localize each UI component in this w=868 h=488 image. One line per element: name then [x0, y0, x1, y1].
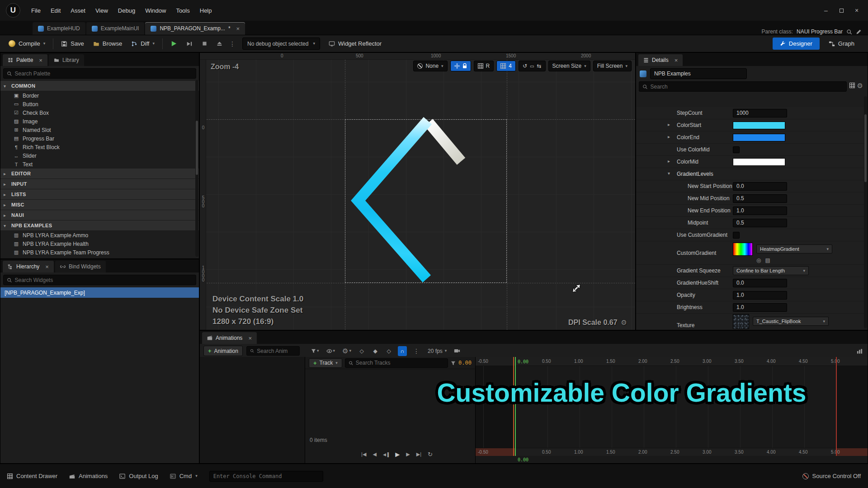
frame-skip-button[interactable]	[182, 37, 197, 51]
column-filter-icon[interactable]	[849, 83, 855, 89]
add-animation-button[interactable]: + Animation	[203, 346, 243, 356]
animations-status-button[interactable]: Animations	[69, 473, 108, 479]
stop-button[interactable]	[198, 37, 212, 51]
debug-object-dropdown[interactable]: No debug object selected▾	[242, 38, 320, 50]
palette-section-misc[interactable]: ▸MISC	[0, 200, 199, 210]
color-swatch-colormid[interactable]	[733, 158, 785, 166]
details-search-input[interactable]	[651, 84, 843, 90]
palette-item-check-box[interactable]: ☑Check Box	[0, 108, 199, 117]
minimize-button[interactable]: –	[818, 5, 834, 16]
tab-library[interactable]: Library	[49, 54, 84, 66]
palette-section-common[interactable]: ▾COMMON	[0, 81, 199, 91]
jump-to-end-button[interactable]: ▶|	[416, 451, 421, 458]
expander-icon[interactable]: ▸	[668, 122, 672, 127]
menu-asset[interactable]: Asset	[66, 4, 90, 17]
fps-dropdown[interactable]: 20 fps▾	[426, 346, 448, 356]
maximize-button[interactable]	[834, 5, 849, 16]
screen-size-dropdown[interactable]: Screen Size▾	[548, 61, 590, 71]
palette-section-naui[interactable]: ▸NAUI	[0, 210, 199, 221]
tab-bind-widgets[interactable]: Bind Widgets	[55, 261, 106, 272]
palette-item-button[interactable]: ▭Button	[0, 100, 199, 108]
menu-help[interactable]: Help	[195, 4, 217, 17]
gradient-thumbnail[interactable]	[733, 243, 753, 256]
menu-file[interactable]: File	[26, 4, 46, 17]
filter-icon[interactable]	[451, 361, 456, 366]
visibility-button[interactable]: ▾	[325, 346, 337, 356]
timeline-ruler-top[interactable]: -0.500.501.001.502.002.503.003.504.004.5…	[476, 357, 868, 366]
palette-item-named-slot[interactable]: ⊞Named Slot	[0, 126, 199, 134]
dropdown-customgradient[interactable]: HeatmapGradient▾	[756, 244, 832, 253]
property-input-opacity[interactable]: 1.0	[733, 291, 787, 300]
property-input-stepcount[interactable]: 1000	[733, 109, 787, 117]
loop-button[interactable]: ↻	[428, 451, 433, 458]
details-search[interactable]	[639, 81, 847, 92]
menu-view[interactable]: View	[90, 4, 113, 17]
console-input[interactable]	[213, 473, 319, 479]
palette-item-border[interactable]: ▣Border	[0, 91, 199, 100]
output-log-button[interactable]: Output Log	[119, 473, 158, 479]
color-swatch-colorend[interactable]	[733, 134, 785, 141]
palette-item-image[interactable]: ▨Image	[0, 117, 199, 126]
preview-background-dropdown[interactable]: None▾	[413, 61, 447, 71]
keyframe-button[interactable]: ◇	[357, 346, 366, 356]
tab-examplemainui[interactable]: ExampleMainUI	[86, 22, 145, 35]
menu-edit[interactable]: Edit	[46, 4, 66, 17]
palette-item-slider[interactable]: ↔Slider	[0, 151, 199, 160]
track-search[interactable]	[345, 358, 448, 368]
more-options-icon[interactable]: ⋮	[411, 347, 422, 355]
tab-examplehud[interactable]: ExampleHUD	[33, 22, 85, 35]
curve-editor-toggle[interactable]: ∩	[398, 346, 407, 356]
object-name-box[interactable]: NPB Examples	[650, 68, 747, 79]
fill-screen-dropdown[interactable]: Fill Screen▾	[593, 61, 632, 71]
widget-reflector-button[interactable]: Widget Reflector	[325, 37, 386, 51]
tab-npb-paragon-example[interactable]: NPB_PARAGON_Examp... * ×	[145, 22, 245, 35]
property-input-new-start-position[interactable]: 0.0	[733, 182, 787, 191]
current-time-field[interactable]: 0.00	[458, 360, 472, 366]
palette-item-npb-lyra-example-health[interactable]: ▥NPB LYRA Example Health	[0, 239, 199, 248]
texture-thumbnail[interactable]	[733, 314, 749, 329]
gear-icon[interactable]: ⚙	[621, 319, 627, 327]
palette-search-input[interactable]	[14, 70, 193, 77]
preview-options[interactable]: ↺ ▭ ⇆	[519, 61, 546, 71]
palette-item-progress-bar[interactable]: ▤Progress Bar	[0, 134, 199, 143]
track-search-input[interactable]	[356, 360, 444, 366]
eject-button[interactable]	[212, 37, 226, 51]
graph-button[interactable]: Graph	[823, 38, 860, 50]
compile-button[interactable]: Compile▾	[5, 37, 49, 51]
tab-hierarchy[interactable]: Hierarchy ×	[3, 261, 54, 272]
jump-to-start-button[interactable]: |◀	[361, 451, 366, 458]
property-input-gradienthueshift[interactable]: 0.0	[733, 279, 787, 287]
color-swatch-colorstart[interactable]	[733, 122, 785, 129]
property-input-brightness[interactable]: 1.0	[733, 303, 787, 312]
timeline-ruler-bottom[interactable]: -0.500.501.001.502.002.503.003.504.004.5…	[476, 448, 868, 456]
curves-chart-button[interactable]	[855, 346, 864, 356]
play-options-icon[interactable]: ⋮	[227, 40, 238, 47]
tab-palette[interactable]: Palette ×	[3, 54, 47, 66]
settings-gear-icon[interactable]: ⚙	[857, 82, 863, 90]
palette-section-lists[interactable]: ▸LISTS	[0, 189, 199, 200]
palette-search[interactable]	[3, 68, 196, 79]
close-button[interactable]: ×	[849, 5, 864, 16]
console-command-input[interactable]	[209, 471, 323, 482]
close-panel-icon[interactable]: ×	[675, 57, 678, 64]
hierarchy-search-input[interactable]	[14, 277, 193, 283]
content-drawer-button[interactable]: Content Drawer	[7, 473, 57, 479]
menu-window[interactable]: Window	[140, 4, 171, 17]
expander-icon[interactable]: ▸	[668, 159, 672, 164]
tab-animations[interactable]: Animations ×	[202, 332, 257, 344]
dropdown-texture[interactable]: T_Caustic_FlipBook▾	[753, 317, 829, 326]
dropdown-gradient-squeeze[interactable]: Confine to Bar Length▾	[733, 266, 809, 275]
add-keyframe-button[interactable]: ◆	[371, 346, 380, 356]
close-panel-icon[interactable]: ×	[45, 263, 49, 270]
cmd-dropdown[interactable]: Cmd▾	[170, 473, 198, 479]
palette-item-rich-text-block[interactable]: ¶Rich Text Block	[0, 143, 199, 151]
step-forward-button[interactable]: ▶	[406, 451, 410, 458]
close-tab-icon[interactable]: ×	[236, 25, 240, 32]
search-icon[interactable]	[846, 29, 852, 35]
sequencer-settings-button[interactable]: ⚙▾	[341, 346, 353, 356]
designer-button[interactable]: Designer	[773, 38, 820, 50]
browse-asset-icon[interactable]: ▤	[765, 257, 770, 263]
tab-details[interactable]: Details ×	[638, 54, 683, 66]
menu-tools[interactable]: Tools	[171, 4, 194, 17]
play-button[interactable]	[166, 37, 181, 51]
